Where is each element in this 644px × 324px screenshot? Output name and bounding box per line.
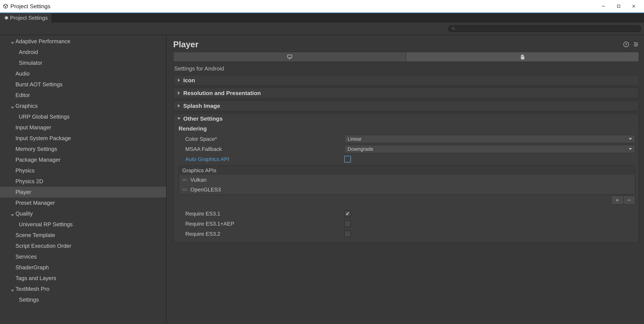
req-es31aep-label: Require ES3.1+AEP	[178, 221, 344, 227]
window-title: Project Settings	[10, 3, 596, 10]
auto-api-label: Auto Graphics API	[178, 156, 344, 162]
sidebar-item-label: Input System Package	[16, 135, 71, 141]
req-es31-checkbox[interactable]	[344, 210, 351, 217]
svg-point-5	[522, 56, 522, 56]
section-resolution: Resolution and Presentation	[173, 88, 639, 98]
sidebar-item-label: Simulator	[19, 60, 42, 66]
minimize-button[interactable]	[596, 0, 611, 13]
fold-down-icon	[11, 40, 14, 43]
platform-tab-android[interactable]	[406, 52, 638, 62]
req-es32-checkbox[interactable]	[344, 230, 351, 237]
sidebar-item-graphics[interactable]: Graphics	[0, 101, 166, 111]
dropdown-value: Linear	[348, 136, 629, 142]
sidebar-item-simulator[interactable]: Simulator	[0, 58, 166, 68]
graphics-api-item[interactable]: OpenGLES3	[179, 185, 635, 194]
desktop-icon	[287, 54, 292, 60]
field-require-es31: Require ES3.1	[178, 209, 635, 219]
sidebar-item-quality[interactable]: Quality	[0, 208, 166, 219]
fold-down-icon	[11, 104, 14, 108]
help-icon[interactable]: ?	[623, 41, 629, 48]
auto-api-checkbox[interactable]	[344, 156, 351, 163]
sidebar-item-input-manager[interactable]: Input Manager	[0, 122, 166, 133]
sidebar-item-universal-rp-settings[interactable]: Universal RP Settings	[0, 219, 166, 230]
gear-icon	[4, 16, 8, 20]
section-other-header[interactable]: Other Settings	[174, 114, 638, 124]
main-area: Adaptive PerformanceAndroidSimulatorAudi…	[0, 35, 644, 324]
section-resolution-header[interactable]: Resolution and Presentation	[174, 88, 638, 98]
color-space-dropdown[interactable]: Linear	[344, 135, 635, 143]
maximize-button[interactable]	[611, 0, 626, 13]
sidebar-item-physics-2d[interactable]: Physics 2D	[0, 176, 166, 187]
graphics-api-item[interactable]: Vulkan	[179, 175, 635, 185]
sidebar-item-adaptive-performance[interactable]: Adaptive Performance	[0, 36, 166, 47]
settings-content: Player ? Settings for Android Icon Resol…	[166, 35, 644, 324]
sidebar-item-shadergraph[interactable]: ShaderGraph	[0, 262, 166, 273]
tab-label: Project Settings	[10, 15, 48, 21]
sidebar-item-label: URP Global Settings	[19, 114, 70, 120]
project-settings-tab[interactable]: Project Settings	[0, 13, 52, 23]
search-input[interactable]	[448, 25, 641, 32]
add-api-button[interactable]: +	[612, 196, 623, 204]
unity-cube-icon	[3, 3, 8, 9]
fold-right-icon	[177, 79, 180, 82]
sidebar-item-memory-settings[interactable]: Memory Settings	[0, 144, 166, 154]
sidebar-item-script-execution-order[interactable]: Script Execution Order	[0, 241, 166, 251]
window-titlebar: Project Settings	[0, 0, 644, 13]
sidebar-item-label: Input Manager	[16, 124, 51, 131]
platform-tab-desktop[interactable]	[174, 52, 406, 62]
sidebar-item-services[interactable]: Services	[0, 251, 166, 262]
section-title: Resolution and Presentation	[183, 90, 261, 96]
sidebar-item-textmesh-pro[interactable]: TextMesh Pro	[0, 284, 166, 294]
sidebar-item-scene-template[interactable]: Scene Template	[0, 230, 166, 241]
sidebar-item-settings[interactable]: Settings	[0, 294, 166, 305]
sidebar-item-label: Quality	[16, 210, 33, 217]
fold-down-icon	[11, 287, 14, 291]
sidebar-item-label: Memory Settings	[16, 146, 57, 152]
color-space-label: Color Space*	[178, 136, 344, 142]
sidebar-item-label: Editor	[16, 92, 30, 98]
page-title: Player	[173, 40, 620, 49]
sidebar-item-audio[interactable]: Audio	[0, 68, 166, 79]
sidebar-item-urp-global-settings[interactable]: URP Global Settings	[0, 111, 166, 122]
chevron-down-icon	[629, 137, 632, 140]
sidebar-item-label: Adaptive Performance	[16, 38, 70, 45]
close-button[interactable]	[626, 0, 641, 13]
sidebar-item-physics[interactable]: Physics	[0, 165, 166, 176]
req-es31aep-checkbox[interactable]	[344, 220, 351, 227]
field-require-es31aep: Require ES3.1+AEP	[178, 219, 635, 229]
svg-point-1	[452, 28, 454, 29]
sidebar-item-label: Preset Manager	[16, 200, 55, 206]
android-icon	[520, 54, 525, 60]
fold-right-icon	[177, 104, 180, 108]
field-msaa-fallback: MSAA Fallback Downgrade	[178, 144, 635, 154]
sidebar-item-label: ShaderGraph	[16, 264, 49, 271]
msaa-dropdown[interactable]: Downgrade	[344, 145, 635, 153]
fold-down-icon	[11, 212, 14, 215]
field-auto-graphics-api: Auto Graphics API	[178, 154, 635, 164]
search-icon	[452, 27, 455, 31]
sidebar-item-editor[interactable]: Editor	[0, 90, 166, 101]
settings-sidebar: Adaptive PerformanceAndroidSimulatorAudi…	[0, 35, 166, 324]
platform-tabs	[173, 52, 639, 62]
sidebar-item-burst-aot-settings[interactable]: Burst AOT Settings	[0, 79, 166, 90]
sidebar-item-input-system-package[interactable]: Input System Package	[0, 133, 166, 144]
rendering-heading: Rendering	[178, 125, 635, 132]
section-splash: Splash Image	[173, 100, 639, 111]
preset-icon[interactable]	[633, 41, 639, 48]
graphics-apis-list: Graphics APIs VulkanOpenGLES3	[178, 166, 635, 195]
sidebar-item-package-manager[interactable]: Package Manager	[0, 154, 166, 165]
sidebar-item-tags-and-layers[interactable]: Tags and Layers	[0, 273, 166, 284]
graphics-apis-header: Graphics APIs	[179, 166, 635, 175]
section-icon-header[interactable]: Icon	[174, 75, 638, 85]
remove-api-button[interactable]: −	[623, 196, 635, 204]
sidebar-item-android[interactable]: Android	[0, 47, 166, 58]
fold-down-icon	[177, 117, 180, 120]
api-name: OpenGLES3	[190, 187, 221, 193]
settings-toolbar	[0, 23, 644, 35]
svg-rect-4	[288, 55, 292, 58]
section-splash-header[interactable]: Splash Image	[174, 101, 638, 111]
req-es32-label: Require ES3.2	[178, 231, 344, 237]
drag-handle-icon	[182, 188, 187, 191]
sidebar-item-preset-manager[interactable]: Preset Manager	[0, 197, 166, 208]
sidebar-item-player[interactable]: Player	[0, 187, 166, 197]
